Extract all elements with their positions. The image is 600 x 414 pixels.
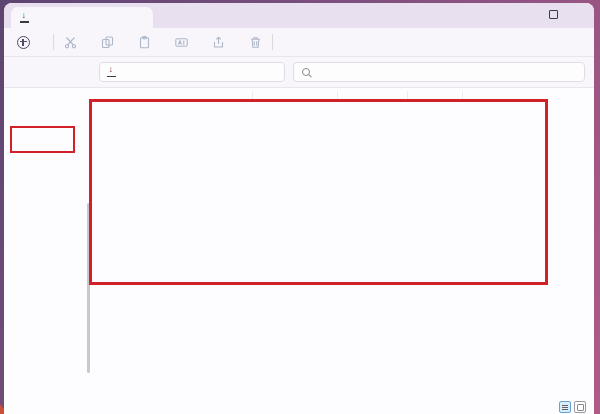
large-icons-view-button[interactable] <box>574 401 586 413</box>
screenshot <box>0 0 600 414</box>
status-bar <box>4 400 594 414</box>
paste-icon[interactable] <box>138 36 151 49</box>
download-icon <box>106 67 117 78</box>
download-icon <box>19 12 30 23</box>
share-icon[interactable] <box>212 36 225 49</box>
explorer-window <box>4 3 594 414</box>
search-icon <box>302 68 310 76</box>
sort-button[interactable] <box>283 39 301 45</box>
plus-circle-icon <box>17 36 30 49</box>
address-box[interactable] <box>99 62 285 82</box>
view-toggles <box>559 401 586 413</box>
new-button[interactable] <box>12 33 43 52</box>
copy-icon[interactable] <box>101 36 114 49</box>
tab-bar <box>4 3 594 28</box>
content-area <box>4 88 594 414</box>
sidebar <box>4 88 90 414</box>
cut-icon[interactable] <box>64 36 77 49</box>
details-view-button[interactable] <box>559 401 571 413</box>
maximize-button[interactable] <box>540 3 567 28</box>
command-bar <box>4 28 594 57</box>
toolbar-divider <box>53 34 54 50</box>
window-controls <box>513 3 594 28</box>
rename-icon[interactable] <box>175 36 188 49</box>
column-headers <box>90 88 594 104</box>
file-list <box>90 88 594 414</box>
delete-icon[interactable] <box>249 36 262 49</box>
maximize-icon <box>549 10 558 19</box>
toolbar-divider <box>272 34 273 50</box>
search-input[interactable] <box>293 62 585 82</box>
view-button[interactable] <box>311 39 329 45</box>
address-bar <box>4 57 594 88</box>
tab-downloads[interactable] <box>11 7 153 28</box>
